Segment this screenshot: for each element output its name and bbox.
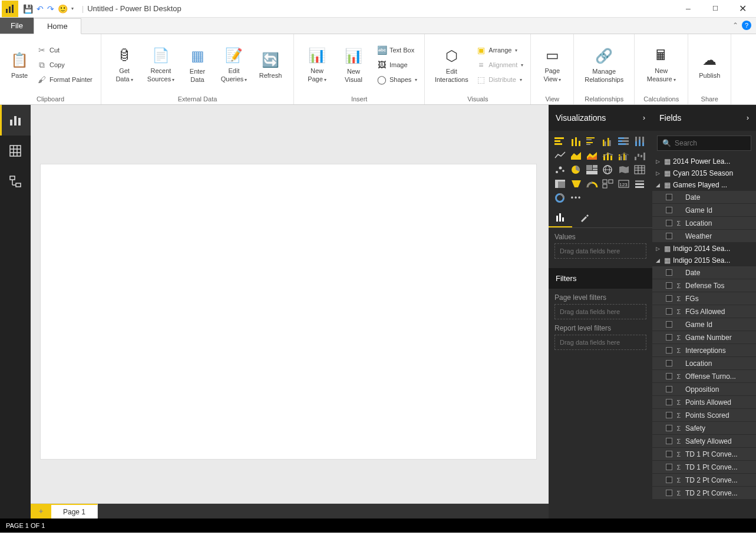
- get-data-button[interactable]: 🛢Get Data▾: [106, 45, 143, 85]
- field-checkbox[interactable]: [666, 373, 672, 379]
- field-item[interactable]: Location: [652, 357, 756, 370]
- field-item[interactable]: ΣPoints Allowed: [652, 396, 756, 409]
- new-page-button[interactable]: 📊New Page▾: [299, 45, 335, 85]
- report-canvas[interactable]: [40, 164, 537, 460]
- file-tab[interactable]: File: [0, 18, 34, 34]
- manage-relationships-button[interactable]: 🔗Manage Relationships: [579, 45, 629, 85]
- gauge-icon[interactable]: [585, 178, 599, 190]
- field-checkbox[interactable]: [666, 207, 672, 213]
- field-checkbox[interactable]: [666, 412, 672, 418]
- close-button[interactable]: ✕: [729, 0, 756, 18]
- clustered-bar-icon[interactable]: [585, 136, 599, 147]
- search-input[interactable]: [675, 139, 756, 147]
- field-item[interactable]: Opposition: [652, 383, 756, 396]
- card-icon[interactable]: 123: [617, 178, 631, 190]
- table-item[interactable]: ◢▦Games Played ...: [652, 179, 756, 191]
- report-filters-dropzone[interactable]: Drag data fields here: [554, 335, 646, 350]
- alignment-button[interactable]: ≡Alignment▾: [473, 58, 526, 71]
- field-item[interactable]: Game Id: [652, 318, 756, 331]
- field-checkbox[interactable]: [666, 269, 672, 276]
- maximize-button[interactable]: ☐: [702, 0, 729, 18]
- new-measure-button[interactable]: 🖩New Measure▾: [639, 45, 683, 85]
- field-checkbox[interactable]: [666, 282, 672, 289]
- edit-interactions-button[interactable]: ⬡Edit Interactions: [430, 45, 473, 85]
- copy-button[interactable]: ⧉Copy: [34, 58, 95, 71]
- smiley-icon[interactable]: 🙂: [58, 4, 68, 14]
- field-item[interactable]: ΣGame Number: [652, 331, 756, 344]
- field-item[interactable]: Date: [652, 266, 756, 279]
- 100-stacked-bar-icon[interactable]: [617, 136, 631, 147]
- model-view-button[interactable]: [0, 166, 31, 197]
- values-dropzone[interactable]: Drag data fields here: [554, 243, 646, 259]
- field-item[interactable]: ΣLocation: [652, 217, 756, 230]
- redo-icon[interactable]: ↷: [47, 4, 54, 14]
- fields-panel-header[interactable]: Fields›: [652, 105, 756, 131]
- field-item[interactable]: ΣFGs Allowed: [652, 305, 756, 318]
- donut-icon[interactable]: [553, 192, 567, 204]
- enter-data-button[interactable]: ▦Enter Data: [179, 45, 216, 85]
- field-item[interactable]: ΣSafety: [652, 422, 756, 435]
- field-item[interactable]: ΣTD 2 Pt Conve...: [652, 474, 756, 487]
- table-icon[interactable]: [633, 164, 647, 176]
- report-view-button[interactable]: [0, 105, 31, 136]
- matrix-icon[interactable]: [553, 178, 567, 190]
- field-item[interactable]: ΣDefense Tos: [652, 279, 756, 292]
- field-checkbox[interactable]: [666, 347, 672, 354]
- recent-sources-button[interactable]: 📄Recent Sources▾: [143, 45, 179, 85]
- fields-tab[interactable]: [549, 209, 572, 227]
- filled-map-icon[interactable]: [617, 164, 631, 176]
- image-button[interactable]: 🖼Image: [374, 58, 420, 71]
- refresh-button[interactable]: 🔄Refresh: [252, 49, 289, 81]
- save-icon[interactable]: 💾: [23, 4, 33, 14]
- field-checkbox[interactable]: [666, 233, 672, 239]
- 100-stacked-column-icon[interactable]: [633, 136, 647, 147]
- format-tab[interactable]: [572, 209, 596, 227]
- field-checkbox[interactable]: [666, 295, 672, 302]
- field-checkbox[interactable]: [666, 438, 672, 444]
- field-item[interactable]: ΣPoints Scored: [652, 409, 756, 422]
- field-item[interactable]: Date: [652, 191, 756, 204]
- field-item[interactable]: Weather: [652, 230, 756, 243]
- multi-card-icon[interactable]: [601, 178, 615, 190]
- field-checkbox[interactable]: [666, 399, 672, 405]
- line-clustered-column-icon[interactable]: [617, 150, 631, 161]
- minimize-button[interactable]: ─: [675, 0, 702, 18]
- page-view-button[interactable]: ▭Page View▾: [536, 45, 569, 85]
- shapes-button[interactable]: ◯Shapes▾: [374, 73, 420, 86]
- table-item[interactable]: ◢▦Indigo 2015 Sea...: [652, 255, 756, 266]
- field-item[interactable]: ΣTD 1 Pt Conve...: [652, 448, 756, 461]
- field-item[interactable]: Game Id: [652, 204, 756, 217]
- publish-button[interactable]: ☁Publish: [693, 49, 726, 81]
- arrange-button[interactable]: ▣Arrange▾: [473, 44, 526, 57]
- field-checkbox[interactable]: [666, 425, 672, 431]
- fields-search[interactable]: 🔍: [657, 136, 751, 151]
- clustered-column-icon[interactable]: [601, 136, 615, 147]
- field-item[interactable]: ΣOffense Turno...: [652, 370, 756, 383]
- field-checkbox[interactable]: [666, 360, 672, 366]
- field-checkbox[interactable]: [666, 477, 672, 483]
- waterfall-icon[interactable]: [633, 150, 647, 161]
- help-icon[interactable]: ?: [742, 21, 751, 30]
- cut-button[interactable]: ✂Cut: [34, 44, 95, 57]
- home-tab[interactable]: Home: [34, 18, 81, 34]
- textbox-button[interactable]: 🔤Text Box: [374, 44, 420, 57]
- map-icon[interactable]: [601, 164, 615, 176]
- field-checkbox[interactable]: [666, 220, 672, 226]
- field-checkbox[interactable]: [666, 308, 672, 315]
- field-item[interactable]: ΣFGs: [652, 292, 756, 305]
- field-item[interactable]: ΣTD 2 Pt Conve...: [652, 487, 756, 500]
- area-chart-icon[interactable]: [569, 150, 583, 161]
- table-item[interactable]: ▷▦Indigo 2014 Sea...: [652, 243, 756, 255]
- more-visuals-icon[interactable]: •••: [569, 192, 583, 204]
- line-chart-icon[interactable]: [553, 150, 567, 161]
- funnel-icon[interactable]: [569, 178, 583, 190]
- field-item[interactable]: ΣInterceptions: [652, 344, 756, 357]
- add-page-button[interactable]: +: [31, 504, 51, 519]
- field-checkbox[interactable]: [666, 386, 672, 392]
- data-view-button[interactable]: [0, 136, 31, 166]
- pie-icon[interactable]: [569, 164, 583, 176]
- field-checkbox[interactable]: [666, 334, 672, 341]
- new-visual-button[interactable]: 📊New Visual: [335, 45, 372, 85]
- field-item[interactable]: ΣTD 1 Pt Conve...: [652, 461, 756, 474]
- distribute-button[interactable]: ⬚Distribute▾: [473, 73, 526, 86]
